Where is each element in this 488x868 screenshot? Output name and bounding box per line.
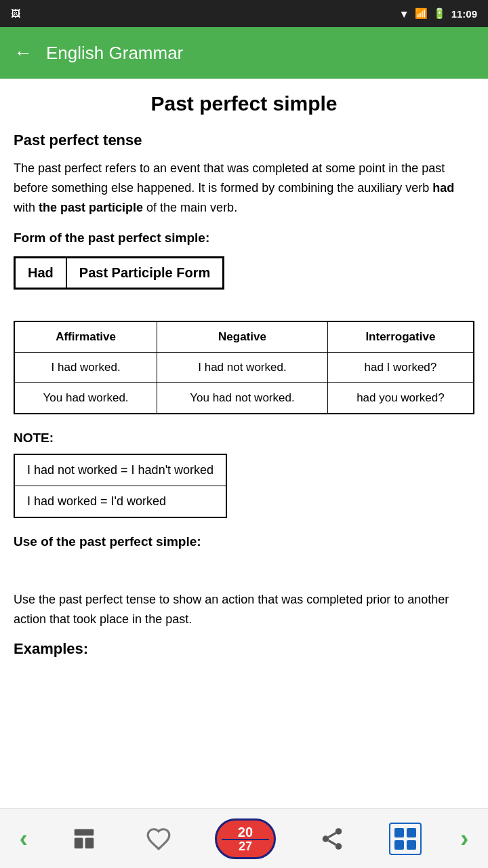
intro-text-part3: of the main verb.: [143, 201, 237, 214]
prev-button[interactable]: ‹: [20, 825, 28, 853]
note-row-1: I had not worked = I hadn't worked: [15, 455, 226, 486]
formula-cell-had: Had: [15, 258, 66, 288]
next-button[interactable]: ›: [460, 825, 468, 853]
battery-icon: 🔋: [433, 7, 446, 20]
next-arrow-icon: ›: [460, 825, 468, 853]
use-description: Use the past perfect tense to show an ac…: [14, 590, 474, 629]
header-affirmative: Affirmative: [14, 321, 157, 353]
svg-line-6: [329, 840, 336, 844]
past-participle-bold: the past participle: [39, 201, 143, 214]
status-bar: 🖼 ▼ 📶 🔋 11:09: [0, 0, 488, 27]
status-right: ▼ 📶 🔋 11:09: [399, 7, 477, 20]
wifi-icon: ▼: [399, 8, 409, 20]
home-icon: [66, 821, 102, 856]
toolbar: ← English Grammar: [0, 27, 488, 79]
had-bold: had: [432, 181, 454, 195]
use-heading: Use of the past perfect simple:: [14, 534, 474, 549]
grid-cell-3: [394, 840, 404, 850]
page-title: Past perfect simple: [14, 92, 474, 115]
header-interrogative: Interrogative: [327, 321, 474, 353]
toolbar-title: English Grammar: [46, 43, 183, 64]
row2-affirmative: You had worked.: [14, 383, 157, 414]
status-left: 🖼: [11, 8, 20, 19]
grid-cell-1: [394, 828, 404, 837]
time-display: 11:09: [451, 8, 477, 20]
grammar-table: Affirmative Negative Interrogative I had…: [14, 321, 474, 414]
row2-negative: You had not worked.: [157, 383, 328, 414]
form-label: Form of the past perfect simple:: [14, 231, 474, 245]
intro-text-part2: with: [14, 201, 39, 214]
share-button[interactable]: [314, 821, 350, 856]
formula-cell-participle: Past Participle Form: [66, 258, 223, 288]
row1-negative: I had not worked.: [157, 353, 328, 383]
image-icon: 🖼: [11, 8, 20, 19]
grid-button[interactable]: [389, 823, 422, 855]
grid-icon: [389, 823, 422, 855]
signal-icon: 📶: [415, 7, 428, 20]
heart-icon: [141, 821, 176, 856]
grid-cell-4: [407, 840, 416, 850]
svg-point-3: [336, 828, 342, 835]
note-label: NOTE:: [14, 431, 474, 446]
content-area: Past perfect simple Past perfect tense T…: [0, 79, 488, 726]
share-icon: [314, 821, 350, 856]
svg-rect-2: [85, 837, 94, 848]
note-box: I had not worked = I hadn't worked I had…: [14, 454, 227, 518]
svg-rect-1: [75, 837, 83, 848]
grid-cell-2: [407, 828, 416, 837]
score-top: 20: [238, 825, 253, 839]
examples-label: Examples:: [14, 640, 474, 658]
header-negative: Negative: [157, 321, 328, 353]
section-heading: Past perfect tense: [14, 132, 474, 149]
svg-point-5: [336, 843, 342, 850]
table-row: I had worked. I had not worked. had I wo…: [14, 353, 474, 383]
score-bottom: 27: [239, 840, 252, 852]
home-button[interactable]: [66, 821, 102, 856]
bottom-nav: ‹ 20 27: [0, 808, 488, 868]
intro-text: The past perfect refers to an event that…: [14, 159, 474, 217]
row1-interrogative: had I worked?: [327, 353, 474, 383]
note-row-2: I had worked = I'd worked: [15, 486, 226, 517]
table-row: You had worked. You had not worked. had …: [14, 383, 474, 414]
intro-text-part1: The past perfect refers to an event that…: [14, 161, 445, 195]
heart-button[interactable]: [141, 821, 176, 856]
svg-point-4: [323, 835, 329, 842]
row1-affirmative: I had worked.: [14, 353, 157, 383]
svg-line-7: [329, 833, 336, 837]
back-button[interactable]: ←: [14, 42, 33, 64]
svg-rect-0: [75, 829, 94, 835]
prev-arrow-icon: ‹: [20, 825, 28, 853]
row2-interrogative: had you worked?: [327, 383, 474, 414]
score-badge: 20 27: [215, 818, 276, 859]
formula-box: Had Past Participle Form: [14, 256, 224, 290]
